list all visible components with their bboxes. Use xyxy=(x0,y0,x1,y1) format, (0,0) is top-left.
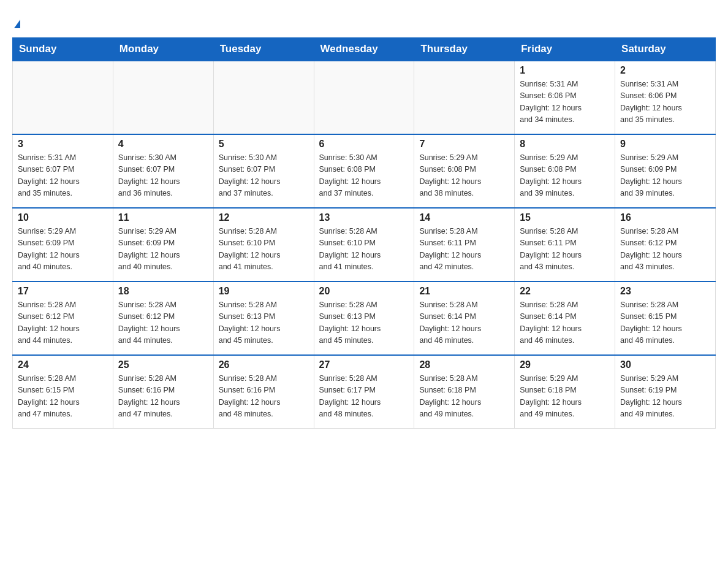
logo-arrow xyxy=(14,20,20,28)
weekday-header-thursday: Thursday xyxy=(414,37,515,61)
calendar-cell: 2Sunrise: 5:31 AM Sunset: 6:06 PM Daylig… xyxy=(615,61,716,134)
day-info: Sunrise: 5:28 AM Sunset: 6:14 PM Dayligh… xyxy=(419,299,509,347)
calendar-cell xyxy=(414,61,515,134)
weekday-header-row: SundayMondayTuesdayWednesdayThursdayFrid… xyxy=(13,37,716,61)
weekday-header-monday: Monday xyxy=(113,37,213,61)
day-number: 8 xyxy=(520,139,610,150)
day-info: Sunrise: 5:29 AM Sunset: 6:09 PM Dayligh… xyxy=(18,226,108,274)
day-number: 21 xyxy=(419,286,509,297)
calendar-cell: 10Sunrise: 5:29 AM Sunset: 6:09 PM Dayli… xyxy=(13,208,113,282)
calendar-cell: 14Sunrise: 5:28 AM Sunset: 6:11 PM Dayli… xyxy=(414,208,515,282)
calendar-cell: 5Sunrise: 5:30 AM Sunset: 6:07 PM Daylig… xyxy=(213,134,314,208)
day-info: Sunrise: 5:28 AM Sunset: 6:13 PM Dayligh… xyxy=(319,299,409,347)
day-number: 14 xyxy=(419,212,509,223)
calendar-cell: 27Sunrise: 5:28 AM Sunset: 6:17 PM Dayli… xyxy=(314,355,414,429)
calendar-cell: 26Sunrise: 5:28 AM Sunset: 6:16 PM Dayli… xyxy=(213,355,314,429)
day-number: 19 xyxy=(219,286,309,297)
day-number: 2 xyxy=(620,65,710,76)
calendar-week-row: 1Sunrise: 5:31 AM Sunset: 6:06 PM Daylig… xyxy=(13,61,716,134)
day-number: 12 xyxy=(219,212,309,223)
day-info: Sunrise: 5:28 AM Sunset: 6:11 PM Dayligh… xyxy=(419,226,509,274)
day-info: Sunrise: 5:28 AM Sunset: 6:12 PM Dayligh… xyxy=(118,299,208,347)
day-info: Sunrise: 5:28 AM Sunset: 6:12 PM Dayligh… xyxy=(620,226,710,274)
day-info: Sunrise: 5:29 AM Sunset: 6:18 PM Dayligh… xyxy=(520,373,610,421)
day-number: 24 xyxy=(18,359,108,370)
day-info: Sunrise: 5:30 AM Sunset: 6:07 PM Dayligh… xyxy=(219,152,309,200)
day-info: Sunrise: 5:28 AM Sunset: 6:17 PM Dayligh… xyxy=(319,373,409,421)
day-info: Sunrise: 5:28 AM Sunset: 6:12 PM Dayligh… xyxy=(18,299,108,347)
day-number: 4 xyxy=(118,139,208,150)
day-number: 7 xyxy=(419,139,509,150)
calendar-cell: 18Sunrise: 5:28 AM Sunset: 6:12 PM Dayli… xyxy=(113,282,213,355)
day-number: 25 xyxy=(118,359,208,370)
weekday-header-tuesday: Tuesday xyxy=(213,37,314,61)
calendar-cell: 16Sunrise: 5:28 AM Sunset: 6:12 PM Dayli… xyxy=(615,208,716,282)
calendar-cell: 24Sunrise: 5:28 AM Sunset: 6:15 PM Dayli… xyxy=(13,355,113,429)
day-info: Sunrise: 5:28 AM Sunset: 6:11 PM Dayligh… xyxy=(520,226,610,274)
calendar-week-row: 3Sunrise: 5:31 AM Sunset: 6:07 PM Daylig… xyxy=(13,134,716,208)
day-info: Sunrise: 5:28 AM Sunset: 6:13 PM Dayligh… xyxy=(219,299,309,347)
calendar-cell xyxy=(113,61,213,134)
calendar-cell: 4Sunrise: 5:30 AM Sunset: 6:07 PM Daylig… xyxy=(113,134,213,208)
weekday-header-saturday: Saturday xyxy=(615,37,716,61)
calendar-cell: 30Sunrise: 5:29 AM Sunset: 6:19 PM Dayli… xyxy=(615,355,716,429)
day-info: Sunrise: 5:31 AM Sunset: 6:06 PM Dayligh… xyxy=(620,79,710,126)
day-info: Sunrise: 5:29 AM Sunset: 6:09 PM Dayligh… xyxy=(118,226,208,274)
calendar-cell xyxy=(13,61,113,134)
calendar-cell xyxy=(213,61,314,134)
day-info: Sunrise: 5:28 AM Sunset: 6:15 PM Dayligh… xyxy=(18,373,108,421)
day-number: 20 xyxy=(319,286,409,297)
day-number: 9 xyxy=(620,139,710,150)
day-info: Sunrise: 5:31 AM Sunset: 6:07 PM Dayligh… xyxy=(18,152,108,200)
calendar-cell: 28Sunrise: 5:28 AM Sunset: 6:18 PM Dayli… xyxy=(414,355,515,429)
day-number: 28 xyxy=(419,359,509,370)
page-header xyxy=(12,12,716,31)
calendar-cell: 11Sunrise: 5:29 AM Sunset: 6:09 PM Dayli… xyxy=(113,208,213,282)
day-info: Sunrise: 5:28 AM Sunset: 6:14 PM Dayligh… xyxy=(520,299,610,347)
day-number: 22 xyxy=(520,286,610,297)
day-number: 18 xyxy=(118,286,208,297)
calendar-cell: 3Sunrise: 5:31 AM Sunset: 6:07 PM Daylig… xyxy=(13,134,113,208)
calendar-cell: 25Sunrise: 5:28 AM Sunset: 6:16 PM Dayli… xyxy=(113,355,213,429)
day-info: Sunrise: 5:28 AM Sunset: 6:15 PM Dayligh… xyxy=(620,299,710,347)
day-info: Sunrise: 5:29 AM Sunset: 6:19 PM Dayligh… xyxy=(620,373,710,421)
calendar-cell: 13Sunrise: 5:28 AM Sunset: 6:10 PM Dayli… xyxy=(314,208,414,282)
calendar-cell xyxy=(314,61,414,134)
day-info: Sunrise: 5:29 AM Sunset: 6:08 PM Dayligh… xyxy=(520,152,610,200)
day-info: Sunrise: 5:28 AM Sunset: 6:16 PM Dayligh… xyxy=(118,373,208,421)
day-number: 1 xyxy=(520,65,610,76)
calendar-cell: 19Sunrise: 5:28 AM Sunset: 6:13 PM Dayli… xyxy=(213,282,314,355)
day-number: 13 xyxy=(319,212,409,223)
day-number: 26 xyxy=(219,359,309,370)
weekday-header-friday: Friday xyxy=(515,37,615,61)
calendar-week-row: 24Sunrise: 5:28 AM Sunset: 6:15 PM Dayli… xyxy=(13,355,716,429)
day-info: Sunrise: 5:31 AM Sunset: 6:06 PM Dayligh… xyxy=(520,79,610,126)
day-number: 16 xyxy=(620,212,710,223)
calendar-cell: 17Sunrise: 5:28 AM Sunset: 6:12 PM Dayli… xyxy=(13,282,113,355)
weekday-header-wednesday: Wednesday xyxy=(314,37,414,61)
day-number: 5 xyxy=(219,139,309,150)
calendar-body: 1Sunrise: 5:31 AM Sunset: 6:06 PM Daylig… xyxy=(13,61,716,429)
calendar-cell: 7Sunrise: 5:29 AM Sunset: 6:08 PM Daylig… xyxy=(414,134,515,208)
day-number: 3 xyxy=(18,139,108,150)
calendar-cell: 6Sunrise: 5:30 AM Sunset: 6:08 PM Daylig… xyxy=(314,134,414,208)
day-number: 10 xyxy=(18,212,108,223)
day-info: Sunrise: 5:28 AM Sunset: 6:18 PM Dayligh… xyxy=(419,373,509,421)
calendar-cell: 29Sunrise: 5:29 AM Sunset: 6:18 PM Dayli… xyxy=(515,355,615,429)
day-number: 30 xyxy=(620,359,710,370)
calendar-week-row: 17Sunrise: 5:28 AM Sunset: 6:12 PM Dayli… xyxy=(13,282,716,355)
logo xyxy=(12,12,20,31)
calendar-cell: 8Sunrise: 5:29 AM Sunset: 6:08 PM Daylig… xyxy=(515,134,615,208)
day-info: Sunrise: 5:28 AM Sunset: 6:10 PM Dayligh… xyxy=(219,226,309,274)
day-number: 23 xyxy=(620,286,710,297)
day-number: 17 xyxy=(18,286,108,297)
day-number: 15 xyxy=(520,212,610,223)
day-number: 6 xyxy=(319,139,409,150)
day-number: 27 xyxy=(319,359,409,370)
calendar-cell: 9Sunrise: 5:29 AM Sunset: 6:09 PM Daylig… xyxy=(615,134,716,208)
calendar-cell: 1Sunrise: 5:31 AM Sunset: 6:06 PM Daylig… xyxy=(515,61,615,134)
calendar-cell: 15Sunrise: 5:28 AM Sunset: 6:11 PM Dayli… xyxy=(515,208,615,282)
day-info: Sunrise: 5:28 AM Sunset: 6:16 PM Dayligh… xyxy=(219,373,309,421)
calendar-cell: 23Sunrise: 5:28 AM Sunset: 6:15 PM Dayli… xyxy=(615,282,716,355)
day-info: Sunrise: 5:30 AM Sunset: 6:07 PM Dayligh… xyxy=(118,152,208,200)
